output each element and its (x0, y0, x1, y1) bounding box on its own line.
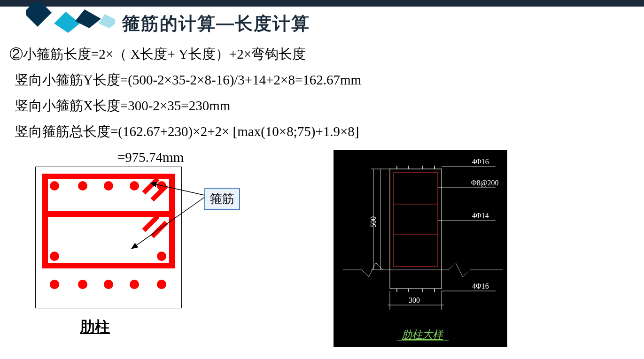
line-1: ②小箍筋长度=2×（ X长度+ Y长度）+2×弯钩长度 (9, 41, 361, 67)
svg-rect-35 (394, 173, 438, 267)
svg-marker-0 (26, 2, 52, 27)
svg-marker-1 (54, 12, 80, 33)
left-diagram-caption: 肋柱 (80, 317, 110, 337)
svg-line-32 (362, 270, 369, 277)
svg-point-10 (50, 181, 59, 191)
svg-point-12 (104, 181, 113, 191)
svg-line-8 (144, 216, 158, 230)
svg-point-18 (78, 280, 87, 289)
label-bottom: 4Φ16 (472, 282, 489, 290)
label-second: Φ8@200 (471, 179, 498, 187)
svg-point-20 (130, 280, 139, 289)
label-top: 4Φ16 (472, 158, 489, 166)
logo-icon (26, 2, 115, 38)
content-block: ②小箍筋长度=2×（ X长度+ Y长度）+2×弯钩长度 竖向小箍筋Y长度=(50… (9, 41, 361, 170)
stirrup-label: 箍筋 (204, 188, 240, 210)
svg-point-16 (157, 252, 166, 261)
right-diagram-caption: 肋柱大样 (402, 328, 444, 340)
label-dim-x: 300 (409, 296, 420, 304)
svg-line-9 (152, 222, 166, 237)
svg-point-15 (50, 252, 59, 261)
svg-line-28 (463, 270, 470, 277)
label-dim-y: 500 (369, 216, 377, 228)
cad-detail-diagram: 4Φ16 Φ8@200 4Φ14 4Φ16 500 300 肋柱大样 (334, 150, 507, 347)
svg-rect-34 (390, 169, 442, 289)
page-title: 箍筋的计算—长度计算 (122, 12, 310, 36)
svg-point-19 (104, 280, 113, 289)
svg-point-14 (157, 181, 166, 191)
svg-line-27 (456, 263, 463, 277)
cross-section-diagram (35, 167, 182, 308)
svg-marker-3 (99, 14, 115, 28)
svg-line-26 (449, 263, 456, 270)
svg-point-17 (50, 280, 59, 289)
svg-point-21 (157, 280, 166, 289)
svg-line-30 (376, 263, 383, 270)
label-middle: 4Φ14 (472, 212, 489, 220)
svg-point-11 (78, 181, 87, 191)
line-2: 竖向小箍筋Y长度=(500-2×35-2×8-16)/3+14+2×8=162.… (9, 67, 361, 93)
svg-point-13 (130, 181, 139, 191)
svg-line-6 (144, 179, 158, 193)
line-4: 竖向箍筋总长度=(162.67+230)×2+2× [max(10×8;75)+… (9, 119, 361, 145)
line-3: 竖向小箍筋X长度=300-2×35=230mm (9, 93, 361, 119)
svg-marker-2 (75, 9, 101, 28)
